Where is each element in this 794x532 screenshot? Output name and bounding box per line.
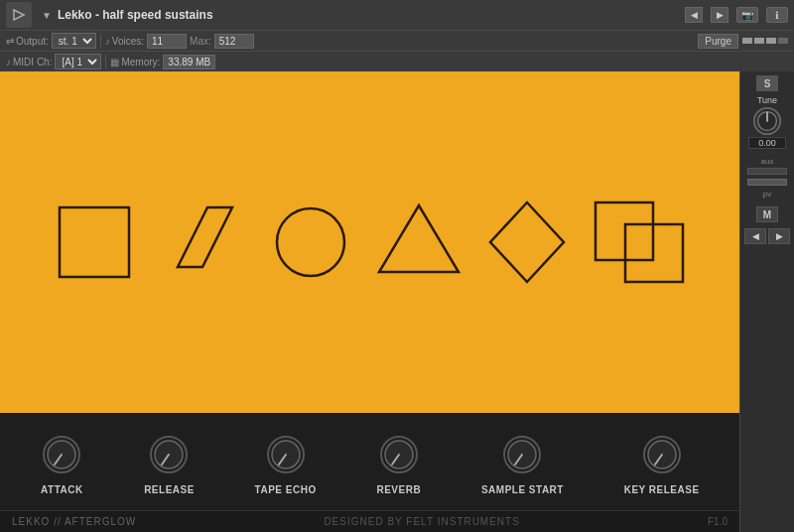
key-release-knob-control[interactable]: KEY RELEASE (624, 433, 700, 495)
release-label: RELEASE (144, 484, 195, 495)
instrument-title: Lekko - half speed sustains (58, 8, 685, 22)
reverb-knob[interactable] (377, 433, 421, 476)
key-release-knob[interactable] (640, 433, 684, 476)
aux-label: aux (761, 157, 774, 166)
max-value: 512 (214, 34, 254, 49)
content-area: ATTACK RELEASE (0, 71, 739, 532)
svg-marker-4 (490, 202, 564, 282)
memory-bar (742, 38, 788, 44)
footer-right: F1.0 (708, 516, 728, 527)
svg-rect-0 (60, 207, 129, 277)
release-knob[interactable] (147, 433, 191, 476)
tape-echo-label: TAPE ECHO (255, 484, 317, 495)
release-knob-control[interactable]: RELEASE (144, 433, 195, 495)
max-label: Max: (190, 36, 211, 47)
controls-area: ATTACK RELEASE (0, 413, 739, 510)
prev-button[interactable]: ◀ (685, 7, 703, 23)
tune-label: Tune (757, 95, 777, 105)
app-container: ▼ Lekko - half speed sustains ◀ ▶ 📷 ℹ ⇄ … (0, 0, 794, 532)
attack-label: ATTACK (41, 484, 83, 495)
footer-center: DESIGNED BY FELT INSTRUMENTS (324, 516, 519, 527)
right-sidebar: S Tune 0.00 aux pv M ◀ ▶ (739, 71, 794, 532)
midi-label: MIDI Ch: (13, 57, 52, 67)
pv-label: pv (763, 190, 771, 199)
shape-square[interactable] (50, 198, 139, 287)
header-right: ◀ ▶ 📷 ℹ (685, 7, 788, 23)
s-button[interactable]: S (756, 75, 778, 91)
attack-knob-control[interactable]: ATTACK (40, 433, 83, 495)
camera-button[interactable]: 📷 (736, 7, 758, 23)
voices-value: 11 (147, 34, 187, 49)
bottom-controls: ◀ ▶ (744, 228, 790, 244)
header-row-3: ♪ MIDI Ch: [A] 1 ▦ Memory: 33.89 MB (0, 52, 794, 71)
sample-start-label: SAMPLE START (481, 484, 564, 495)
header-row-1: ▼ Lekko - half speed sustains ◀ ▶ 📷 ℹ (0, 0, 794, 31)
svg-point-2 (277, 208, 344, 276)
shape-diamond[interactable] (482, 198, 572, 287)
memory-value: 33.89 MB (163, 55, 215, 69)
logo-area (6, 2, 32, 28)
logo-icon (10, 6, 28, 24)
slider-2[interactable] (747, 179, 787, 186)
header-row-2: ⇄ Output: st. 1 ♪ Voices: 11 Max: 512 Pu… (0, 31, 794, 52)
tune-value: 0.00 (748, 137, 786, 149)
reverb-knob-control[interactable]: REVERB (376, 433, 421, 495)
key-release-label: KEY RELEASE (624, 484, 700, 495)
output-select[interactable]: st. 1 (52, 33, 96, 49)
main-body: ATTACK RELEASE (0, 71, 794, 532)
info-button[interactable]: ℹ (766, 7, 788, 23)
purge-button[interactable]: Purge (698, 34, 738, 49)
header-panel: ▼ Lekko - half speed sustains ◀ ▶ 📷 ℹ ⇄ … (0, 0, 794, 71)
memory-label: Memory: (121, 57, 160, 67)
golden-display (0, 71, 739, 413)
sliders-area: aux pv (747, 157, 787, 199)
expand-arrow[interactable]: ▼ (42, 10, 52, 21)
shape-overlapping-squares[interactable] (591, 198, 690, 287)
shape-circle[interactable] (266, 198, 355, 287)
tune-area: Tune 0.00 (748, 95, 786, 149)
reverb-label: REVERB (376, 484, 421, 495)
sidebar-btn-right[interactable]: ▶ (768, 228, 790, 244)
sample-start-knob[interactable] (500, 433, 544, 476)
sample-start-knob-control[interactable]: SAMPLE START (481, 433, 564, 495)
tape-echo-knob[interactable] (264, 433, 308, 476)
tape-echo-knob-control[interactable]: TAPE ECHO (255, 433, 317, 495)
output-label: Output: (16, 36, 49, 47)
svg-marker-3 (379, 205, 459, 272)
shape-triangle[interactable] (374, 198, 463, 287)
shape-parallelogram[interactable] (158, 198, 247, 287)
tune-knob[interactable] (751, 105, 783, 137)
svg-marker-1 (178, 207, 232, 267)
sidebar-btn-left[interactable]: ◀ (744, 228, 766, 244)
attack-knob[interactable] (40, 433, 83, 476)
aux-slider[interactable] (747, 168, 787, 175)
footer-bar: LEKKO // AFTERGLOW DESIGNED BY FELT INST… (0, 510, 739, 532)
voices-label: Voices: (112, 36, 144, 47)
midi-select[interactable]: [A] 1 (55, 54, 101, 69)
next-button[interactable]: ▶ (711, 7, 728, 23)
m-button[interactable]: M (756, 206, 778, 222)
footer-left: LEKKO // AFTERGLOW (12, 516, 136, 527)
